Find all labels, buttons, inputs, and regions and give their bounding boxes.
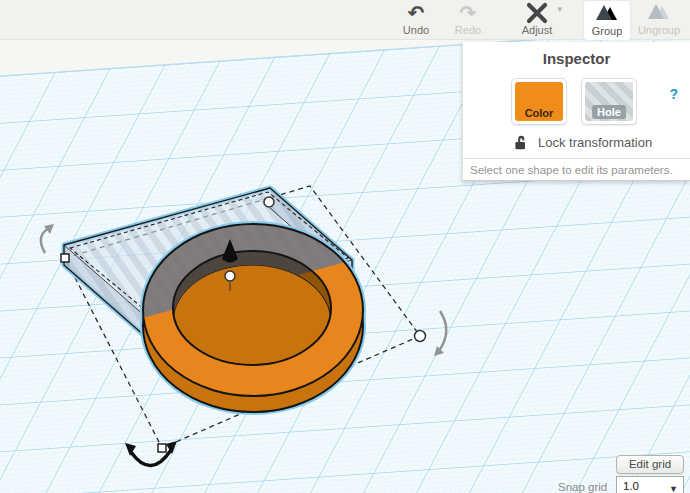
group-icon [584,3,630,25]
edit-grid-button[interactable]: Edit grid [616,455,684,474]
tinkercad-editor: ↶ Undo ↷ Redo ▾ Adjust Group [0,0,690,493]
adjust-button[interactable]: ▾ Adjust [510,0,564,40]
inspector-hint: Select one shape to edit its parameters. [470,164,673,176]
dropdown-caret-icon: ▼ [669,480,678,493]
adjust-icon [510,2,564,24]
scale-z-handle[interactable] [225,271,235,281]
snap-grid-label: Snap grid [558,481,607,493]
hole-swatch-button[interactable]: Hole [581,78,637,125]
undo-button[interactable]: ↶ Undo [396,0,436,40]
redo-icon: ↷ [448,2,488,24]
undo-icon: ↶ [396,2,436,24]
top-toolbar: ↶ Undo ↷ Redo ▾ Adjust Group [0,0,690,40]
inspector-divider [463,158,690,159]
snap-grid-dropdown[interactable]: 1.0 ▼ [616,476,684,493]
corner-handle-south[interactable] [158,444,166,452]
corner-handle-north[interactable] [264,197,274,207]
ring-shape[interactable] [143,224,363,412]
inspector-title: Inspector [463,50,690,67]
lock-open-icon [513,134,529,151]
lock-transformation-toggle[interactable]: Lock transformation [513,133,652,151]
redo-button[interactable]: ↷ Redo [448,0,488,40]
help-link[interactable]: ? [669,86,678,102]
adjust-caret-icon: ▾ [557,4,562,14]
ungroup-icon [632,2,686,24]
ungroup-button[interactable]: Ungroup [632,0,686,40]
group-button[interactable]: Group [584,1,630,40]
inspector-panel: Inspector Color Hole ? Lock transformati… [462,42,690,181]
corner-handle-east[interactable] [415,331,426,342]
corner-handle-west[interactable] [61,254,69,262]
color-swatch-button[interactable]: Color [511,78,567,125]
